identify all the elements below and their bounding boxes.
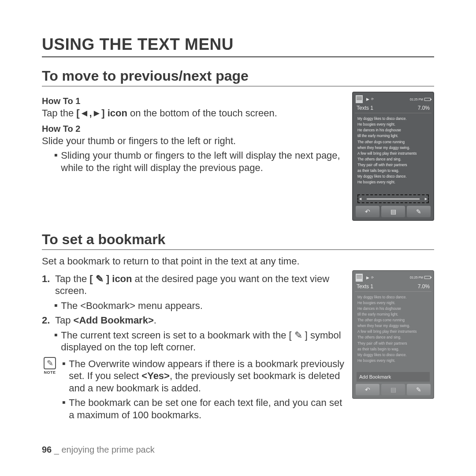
step2-bullet: ■ The current text screen is set to a bo… — [42, 329, 345, 353]
bookmark-button[interactable]: ✎ — [407, 206, 431, 217]
howto1-label: How To 1 — [42, 96, 345, 106]
battery-icon — [424, 276, 431, 279]
menu-button[interactable]: ▤ — [381, 206, 405, 217]
note-block: ✎ NOTE ■ The Overwrite window appears if… — [42, 357, 345, 424]
menu-button[interactable]: ▤ — [381, 384, 405, 395]
prev-icon[interactable]: ◄ — [358, 197, 362, 201]
section2-intro: Set a bookmark to return to that point i… — [42, 255, 434, 268]
bullet-icon: ■ — [54, 329, 57, 353]
add-bookmark-menu[interactable]: Add Bookmark — [357, 372, 430, 382]
howto2-bullet: ■ Sliding your thumb or fingers to the l… — [42, 149, 345, 174]
bullet-icon: ■ — [62, 397, 65, 421]
bullet-icon: ■ — [62, 358, 65, 394]
phone-text-content-dim: My doggy likes to disco dance. He boogie… — [355, 292, 431, 372]
note-label: NOTE — [44, 370, 56, 375]
howto2-text: Slide your thumb or fingers to the left … — [42, 135, 345, 147]
back-button[interactable]: ↶ — [356, 384, 379, 395]
back-button[interactable]: ↶ — [356, 206, 379, 217]
phone-percent: 7.0% — [418, 283, 430, 290]
step-2: 2. Tap <Add Bookmark>. — [42, 314, 345, 327]
step-1: 1. Tap the [ ✎ ] icon at the desired pag… — [42, 273, 345, 297]
chapter-name: enjoying the prime pack — [62, 445, 155, 454]
phone-title: Texts 1 — [357, 283, 373, 290]
document-icon — [356, 274, 363, 282]
phone-text-content: My doggy likes to disco dance. He boogie… — [355, 113, 431, 193]
status-time: 01:25 PM — [410, 276, 423, 279]
battery-icon — [424, 98, 431, 101]
section-heading-move: To move to previous/next page — [42, 68, 434, 86]
howto1-text: Tap the [◄,►] icon on the bottom of the … — [42, 107, 345, 119]
section-heading-bookmark: To set a bookmark — [42, 231, 434, 250]
phone-percent: 7.0% — [418, 105, 430, 111]
play-icon: ▶ — [366, 97, 369, 101]
next-icon[interactable]: ► — [424, 197, 428, 201]
page-footer: 96 _ enjoying the prime pack — [42, 445, 155, 455]
page-title: USING THE TEXT MENU — [42, 35, 434, 57]
play-icon: ▶ — [366, 275, 369, 280]
howto2-label: How To 2 — [42, 124, 345, 134]
section1-text: How To 1 Tap the [◄,►] icon on the botto… — [42, 92, 345, 176]
phone-title: Texts 1 — [357, 105, 373, 111]
bullet-icon: ■ — [54, 149, 57, 174]
page-number: 96 — [42, 445, 52, 454]
note-bullet-2: ■ The bookmark can be set one for each t… — [62, 397, 345, 421]
note-icon: ✎ — [44, 357, 56, 369]
bookmark-button[interactable]: ✎ — [407, 384, 431, 395]
device-screenshot-1: ▶ ⟳ 01:25 PM Texts 1 7.0% My doggy likes… — [352, 92, 434, 221]
status-time: 01:25 PM — [410, 98, 423, 101]
document-icon — [356, 95, 363, 103]
section2-text: 1. Tap the [ ✎ ] icon at the desired pag… — [42, 270, 345, 424]
device-screenshot-2: ▶ ⟳ 01:25 PM Texts 1 7.0% My doggy likes… — [352, 270, 434, 399]
repeat-icon: ⟳ — [371, 276, 374, 279]
step1-bullet: ■ The <Bookmark> menu appears. — [42, 300, 345, 312]
bullet-icon: ■ — [54, 300, 57, 312]
page-slider[interactable]: ◄ ► — [357, 194, 429, 203]
repeat-icon: ⟳ — [371, 97, 374, 101]
note-bullet-1: ■ The Overwrite window appears if there … — [62, 358, 345, 394]
